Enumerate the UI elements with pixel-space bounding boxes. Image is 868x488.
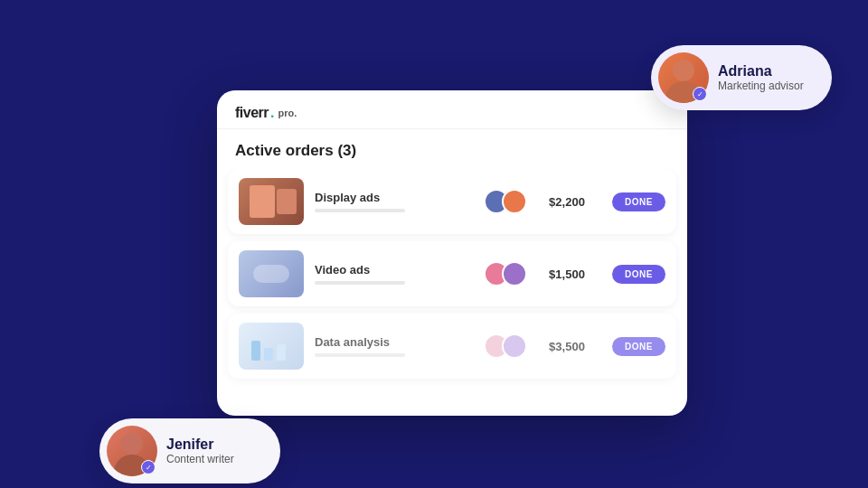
adriana-info: Adriana Marketing advisor [718,63,804,92]
order-name-2: Video ads [315,263,473,277]
jenifer-verified-badge: ✓ [141,460,156,474]
order-name-1: Display ads [315,191,473,204]
adriana-name: Adriana [718,63,804,80]
jenifer-name: Jenifer [166,436,234,453]
orders-list: Display ads $2,200 DONE Video ads $1,500… [217,169,687,386]
fiverr-logo: fiverr . pro. [235,105,669,121]
order-avatars-2 [484,261,527,286]
done-badge-3: DONE [612,337,665,356]
jenifer-role: Content writer [166,453,234,465]
order-price-3: $3,500 [549,340,590,353]
order-avatars-1 [484,189,527,214]
thumbnail-video-ads [239,250,304,297]
thumbnail-display-ads [239,178,304,225]
order-name-3: Data analysis [315,335,473,349]
done-badge-2: DONE [612,265,665,284]
order-info-3: Data analysis [315,335,473,357]
order-progress-bar-3 [315,353,405,357]
orders-title: Active orders (3) [217,129,687,169]
adriana-verified-badge: ✓ [693,87,707,101]
order-avatars-3 [484,333,527,359]
logo-dot: . [270,105,274,121]
order-price-1: $2,200 [549,195,590,209]
logo-text: fiverr [235,105,269,121]
main-card: fiverr . pro. Active orders (3) Display … [217,90,687,416]
order-price-2: $1,500 [549,267,590,281]
adriana-avatar-container: ✓ [658,52,709,103]
order-info-1: Display ads [315,191,473,212]
jenifer-avatar-container: ✓ [107,426,157,476]
thumb-extra-bar [277,344,286,361]
jenifer-info: Jenifer Content writer [166,436,234,465]
avatar-1-2 [502,189,527,214]
order-item-3[interactable]: Data analysis $3,500 DONE [228,314,676,379]
profile-card-adriana: ✓ Adriana Marketing advisor [651,45,832,110]
order-item-2[interactable]: Video ads $1,500 DONE [228,241,676,306]
logo-pro: pro. [278,108,297,118]
avatar-3-2 [502,333,527,359]
order-info-2: Video ads [315,263,473,285]
profile-card-jenifer: ✓ Jenifer Content writer [99,418,280,483]
avatar-2-2 [502,261,527,286]
thumbnail-data-analysis [239,323,304,370]
order-progress-bar-1 [315,209,405,212]
order-progress-bar-2 [315,281,405,285]
order-item-1[interactable]: Display ads $2,200 DONE [228,169,676,234]
done-badge-1: DONE [612,192,665,211]
card-header: fiverr . pro. [217,90,687,129]
adriana-role: Marketing advisor [718,80,804,92]
